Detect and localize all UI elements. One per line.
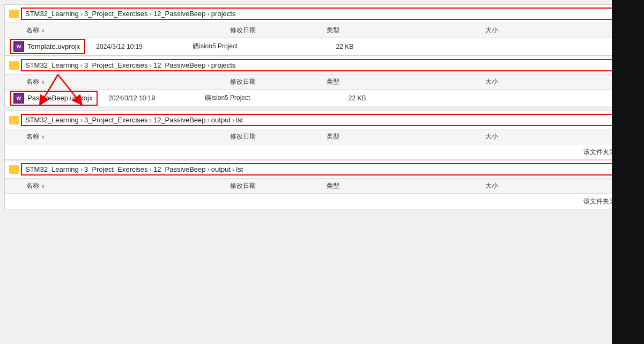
address-bar-2: STM32_Learning › 3_Project_Exercises › 1… [5, 56, 639, 75]
file-name-box-2[interactable]: W PassiveBeep.uvprojx [10, 91, 98, 106]
path-segment: projects [211, 61, 236, 69]
col-type-label-4: 类型 [327, 181, 445, 191]
col-name-label: 名称 [26, 26, 39, 35]
file-row-2[interactable]: W PassiveBeep.uvprojx 2024/3/12 10:19 礦i… [5, 90, 639, 107]
col-name-label: 名称 [26, 77, 39, 86]
file-size-2: 22 KB [323, 94, 376, 102]
path-segment: 3_Project_Exercises [84, 116, 148, 124]
black-side-panel [612, 0, 644, 344]
folder-icon-1 [9, 10, 19, 18]
col-size-label-4: 大小 [445, 181, 498, 191]
col-size-label: 大小 [445, 77, 498, 86]
keil-icon: W [13, 41, 24, 52]
address-bar-3: STM32_Learning › 3_Project_Exercises › 1… [5, 111, 639, 129]
file-name: Template.uvprojx [27, 42, 80, 50]
path-segment: 3_Project_Exercises [84, 165, 148, 173]
col-size-label-3: 大小 [445, 132, 498, 141]
path-segment: 12_PassiveBeep [153, 116, 206, 124]
address-path-4[interactable]: STM32_Learning › 3_Project_Exercises › 1… [21, 163, 613, 175]
file-row[interactable]: W Template.uvprojx 2024/3/12 10:19 礦isio… [5, 38, 639, 55]
col-size-label: 大小 [445, 26, 498, 35]
col-type-label: 类型 [327, 77, 445, 86]
file-date-2: 2024/3/12 10:19 [108, 94, 205, 102]
path-segment: STM32_Learning [25, 10, 79, 18]
col-date-label-3: 修改日期 [230, 132, 327, 141]
column-header-1: 名称 ∧ 修改日期 类型 大小 [5, 23, 639, 38]
empty-note-3: 该文件夹为空。 [5, 144, 639, 159]
file-date: 2024/3/12 10:19 [96, 43, 193, 50]
explorer-panel-4: STM32_Learning › 3_Project_Exercises › 1… [4, 160, 640, 209]
keil-icon-2: W [13, 93, 24, 104]
path-segment: STM32_Learning [25, 61, 79, 69]
path-segment: lst [236, 165, 243, 173]
address-path-2[interactable]: STM32_Learning › 3_Project_Exercises › 1… [21, 59, 613, 71]
empty-note-4: 该文件夹为空。 [5, 194, 639, 209]
folder-icon-2 [9, 61, 19, 70]
col-type-label-3: 类型 [327, 132, 445, 141]
address-path-1[interactable]: STM32_Learning › 3_Project_Exercises › 1… [21, 8, 613, 20]
path-segment: STM32_Learning [25, 165, 79, 173]
col-name-label-4: 名称 [26, 181, 39, 191]
sort-arrow-4: ∧ [41, 184, 45, 189]
column-header-4: 名称 ∧ 修改日期 类型 大小 [5, 179, 639, 194]
file-name-2: PassiveBeep.uvprojx [27, 94, 92, 102]
sort-arrow-2: ∧ [41, 79, 45, 85]
explorer-panel-1: STM32_Learning › 3_Project_Exercises › 1… [4, 4, 640, 56]
file-size: 22 KB [310, 43, 364, 50]
path-segment: projects [211, 10, 236, 18]
path-segment: 3_Project_Exercises [84, 61, 148, 69]
address-bar-1: STM32_Learning › 3_Project_Exercises › 1… [5, 5, 639, 23]
col-type-label: 类型 [327, 26, 445, 35]
col-date-label: 修改日期 [230, 26, 327, 35]
address-bar-4: STM32_Learning › 3_Project_Exercises › 1… [5, 160, 639, 179]
path-segment: 12_PassiveBeep [153, 10, 206, 18]
column-header-2: 名称 ∧ 修改日期 类型 大小 [5, 75, 639, 90]
path-segment: lst [236, 116, 243, 124]
path-segment: 3_Project_Exercises [84, 10, 148, 18]
col-date-label-4: 修改日期 [230, 181, 327, 191]
explorer-panel-2: STM32_Learning › 3_Project_Exercises › 1… [4, 56, 640, 107]
path-segment: output [211, 116, 231, 124]
path-segment: output [211, 165, 231, 173]
folder-icon-3 [9, 116, 19, 125]
path-segment: 12_PassiveBeep [153, 165, 206, 173]
file-type: 礦ision5 Project [193, 42, 310, 51]
sort-arrow-3: ∧ [41, 134, 45, 140]
sort-arrow: ∧ [41, 28, 45, 33]
path-segment: STM32_Learning [25, 116, 79, 124]
file-name-box-1[interactable]: W Template.uvprojx [10, 39, 85, 54]
explorer-panel-3: STM32_Learning › 3_Project_Exercises › 1… [4, 111, 640, 160]
col-date-label: 修改日期 [230, 77, 327, 86]
folder-icon-4 [9, 165, 19, 174]
file-type-2: 礦ision5 Project [205, 93, 323, 103]
path-segment: 12_PassiveBeep [153, 61, 206, 69]
address-path-3[interactable]: STM32_Learning › 3_Project_Exercises › 1… [21, 114, 613, 126]
column-header-3: 名称 ∧ 修改日期 类型 大小 [5, 129, 639, 144]
col-name-label: 名称 [26, 132, 39, 141]
